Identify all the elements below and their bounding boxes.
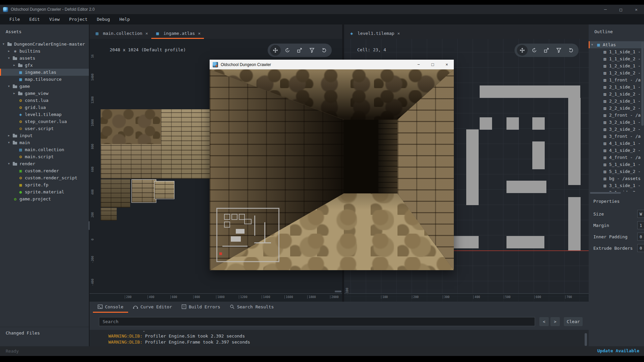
tab-curve-editor[interactable]: Curve Editor <box>128 302 177 313</box>
rotate-tool-icon[interactable] <box>529 45 540 56</box>
game-window-titlebar[interactable]: Oldschool Dungeon Crawler − □ × <box>210 60 454 69</box>
outline-item[interactable]: 2_1_side_2 - <box>589 90 644 98</box>
minimize-icon[interactable]: ─ <box>598 5 613 14</box>
menu-item[interactable]: Project <box>64 17 92 22</box>
tree-item[interactable]: const.lua <box>0 97 89 104</box>
outline-item[interactable]: 4_front - /a <box>589 154 644 161</box>
expand-arrow-icon[interactable]: ▶ <box>8 50 12 53</box>
property-value-field[interactable]: 0 <box>637 244 644 252</box>
close-tab-icon[interactable]: × <box>198 31 201 36</box>
outline-item[interactable]: 2_2_side_1 - <box>589 98 644 105</box>
tree-item[interactable]: grid.lua <box>0 104 89 111</box>
expand-arrow-icon[interactable]: ▼ <box>8 162 12 165</box>
tree-item[interactable]: step_counter.lua <box>0 118 89 125</box>
tab-main-collection[interactable]: main.collection × <box>91 29 151 39</box>
console-search-input[interactable] <box>99 317 535 326</box>
scale-tool-icon[interactable] <box>294 45 305 56</box>
tree-item[interactable]: main.collection <box>0 146 89 153</box>
expand-arrow-icon[interactable]: ▼ <box>591 43 596 46</box>
menu-item[interactable]: File <box>5 17 24 22</box>
outline-root-atlas[interactable]: ▼ Atlas <box>589 41 644 48</box>
expand-arrow-icon[interactable]: ▼ <box>8 141 12 144</box>
menu-item[interactable]: Edit <box>24 17 44 22</box>
close-tab-icon[interactable]: × <box>145 31 148 36</box>
tab-build-errors[interactable]: Build Errors <box>177 302 225 313</box>
tree-item[interactable]: ▼ main <box>0 139 89 146</box>
outline-vscrollbar-thumb[interactable] <box>641 42 644 126</box>
tree-item[interactable]: custom.render <box>0 167 89 174</box>
tree-item[interactable]: map.tilesource <box>0 76 89 83</box>
outline-item[interactable]: 1_2_side_1 - <box>589 62 644 69</box>
tree-item[interactable]: user.script <box>0 125 89 132</box>
console-log[interactable]: - WARNING:DLIB: Profiler Engine.Sim took… <box>90 330 589 346</box>
menu-item[interactable]: Help <box>115 17 135 22</box>
tree-item[interactable]: sprite.fp <box>0 181 89 188</box>
outline-item[interactable]: 2_1_side_1 - <box>589 83 644 90</box>
tree-item[interactable]: ▶ input <box>0 132 89 139</box>
maximize-icon[interactable]: □ <box>426 60 440 69</box>
property-value-field[interactable]: W <box>637 210 644 218</box>
expand-arrow-icon[interactable]: ▼ <box>8 85 12 88</box>
tree-item[interactable]: ▼ DungeonCrawlerEngine-master <box>0 41 89 48</box>
outline-item[interactable]: 3_1_side_2 - <box>589 189 644 192</box>
tab-ingame-atlas[interactable]: ingame.atlas × <box>151 29 204 39</box>
outline-item[interactable]: 3_front - /a <box>589 133 644 140</box>
outline-item[interactable]: 1_front - /a <box>589 76 644 83</box>
tree-item[interactable]: ▶ game_view <box>0 90 89 97</box>
close-icon[interactable]: × <box>440 60 454 69</box>
tree-item[interactable]: custom.render_script <box>0 174 89 181</box>
scale-tool-icon[interactable] <box>541 45 552 56</box>
search-prev-button[interactable]: < <box>539 317 549 326</box>
expand-arrow-icon[interactable]: ▶ <box>13 64 18 67</box>
minimize-icon[interactable]: − <box>412 60 426 69</box>
tree-item[interactable]: sprite.material <box>0 188 89 195</box>
expand-arrow-icon[interactable]: ▼ <box>8 57 12 60</box>
property-value-field[interactable]: 1 <box>637 221 644 229</box>
menu-item[interactable]: Debug <box>92 17 115 22</box>
outline-item[interactable]: 2_front - /a <box>589 112 644 119</box>
tree-item[interactable]: ▼ game <box>0 83 89 90</box>
move-tool-icon[interactable] <box>517 45 528 56</box>
atlas-hscrollbar-thumb[interactable] <box>335 291 341 292</box>
tree-item[interactable]: ▶ builtins <box>0 48 89 55</box>
outline-item[interactable]: 2_2_side_2 - <box>589 105 644 112</box>
property-value-field[interactable]: 0 <box>637 233 644 241</box>
maximize-icon[interactable]: □ <box>613 5 629 14</box>
outline-item[interactable]: 1_2_side_2 - <box>589 69 644 76</box>
filter-tool-icon[interactable] <box>307 45 317 56</box>
tree-item[interactable]: level1.tilemap <box>0 111 89 118</box>
tree-item[interactable]: ▶ gfx <box>0 62 89 69</box>
outline-hscrollbar-thumb[interactable] <box>590 192 621 194</box>
expand-arrow-icon[interactable]: ▶ <box>13 92 18 95</box>
tree-item[interactable]: ▼ assets <box>0 55 89 62</box>
outline-item[interactable]: 3_2_side_2 - <box>589 126 644 133</box>
tab-search-results[interactable]: Search Results <box>225 302 279 313</box>
expand-arrow-icon[interactable]: ▼ <box>3 43 7 46</box>
menu-item[interactable]: View <box>45 17 64 22</box>
outline-item[interactable]: 5_1_side_2 - <box>589 168 644 175</box>
close-icon[interactable]: × <box>629 5 644 14</box>
clear-button[interactable]: Clear <box>564 317 583 326</box>
outline-item[interactable]: 4_1_side_2 - <box>589 147 644 154</box>
tab-console[interactable]: Console <box>93 302 128 313</box>
tree-item[interactable]: ▼ render <box>0 160 89 167</box>
move-tool-icon[interactable] <box>270 45 281 56</box>
outline-item[interactable]: 3_2_side_1 - <box>589 119 644 126</box>
tree-item[interactable]: ingame.atlas <box>0 69 89 76</box>
game-viewport[interactable] <box>210 69 454 270</box>
rotate-tool-icon[interactable] <box>282 45 293 56</box>
expand-arrow-icon[interactable]: ▶ <box>8 134 12 137</box>
tab-level1-tilemap[interactable]: level1.tilemap × <box>345 29 403 39</box>
outline-item[interactable]: 1_1_side_2 - <box>589 55 644 62</box>
outline-item[interactable]: bg - /assets <box>589 175 644 182</box>
tree-item[interactable]: game.project <box>0 195 89 202</box>
outline-item[interactable]: 3_1_side_1 - <box>589 182 644 189</box>
outline-item[interactable]: 1_1_side_1 - <box>589 48 644 55</box>
update-available-link[interactable]: Update Available <box>597 348 639 353</box>
filter-tool-icon[interactable] <box>553 45 564 56</box>
outline-item[interactable]: 5_1_side_1 - <box>589 161 644 168</box>
search-next-button[interactable]: > <box>550 317 560 326</box>
outline-item[interactable]: 4_1_side_1 - <box>589 140 644 147</box>
console-vscrollbar-thumb[interactable] <box>585 333 587 346</box>
close-tab-icon[interactable]: × <box>397 31 400 36</box>
